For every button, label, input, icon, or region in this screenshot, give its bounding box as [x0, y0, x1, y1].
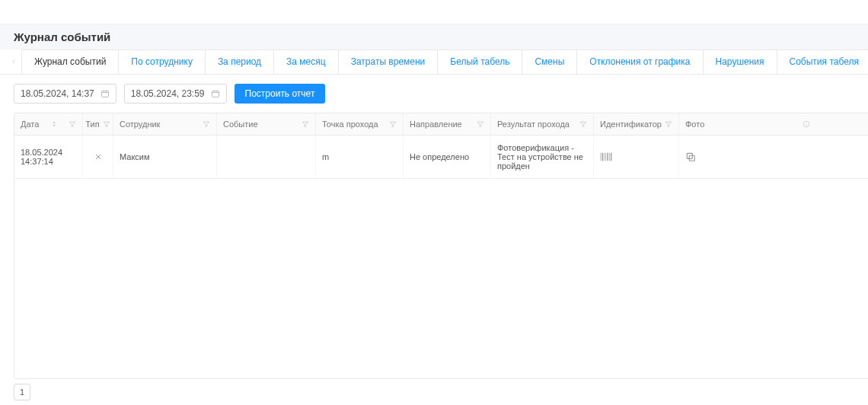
column-header-event[interactable]: Событие — [217, 113, 316, 135]
tabs-scroll-left[interactable] — [6, 49, 21, 74]
tab-7[interactable]: Отклонения от графика — [576, 49, 703, 74]
column-header-identifier[interactable]: Идентификатор — [594, 113, 679, 135]
tab-label: Журнал событий — [34, 56, 106, 67]
x-icon — [94, 152, 103, 161]
column-label: Точка прохода — [322, 120, 378, 129]
filter-icon[interactable] — [203, 120, 210, 128]
column-header-date[interactable]: Дата — [14, 113, 83, 135]
column-header-photo[interactable]: Фото — [679, 113, 868, 135]
svg-rect-29 — [611, 153, 611, 161]
column-label: Фото — [685, 120, 704, 129]
table-row: 18.05.2024 14:37:14МаксимmНе определеноФ… — [14, 136, 868, 179]
cell-date: 18.05.2024 14:37:14 — [14, 136, 83, 178]
tab-0[interactable]: Журнал событий — [21, 49, 119, 74]
main-area: Журнал событий Экспорт Журнал событийПо … — [0, 0, 868, 405]
date-from-input[interactable]: 18.05.2024, 14:37 — [14, 84, 116, 104]
tab-label: За месяц — [286, 56, 326, 67]
page-number[interactable]: 1 — [14, 384, 30, 400]
column-header-employee[interactable]: Сотрудник — [113, 113, 217, 135]
tab-4[interactable]: Затраты времени — [338, 49, 439, 74]
cell-employee: Максим — [113, 136, 217, 178]
svg-rect-20 — [212, 91, 219, 97]
pagination: 1 — [0, 379, 868, 405]
tab-8[interactable]: Нарушения — [703, 49, 777, 74]
column-header-type[interactable]: Тип — [83, 113, 113, 135]
svg-rect-25 — [604, 153, 605, 161]
build-report-button[interactable]: Построить отчет — [235, 84, 326, 104]
tab-label: За период — [218, 56, 261, 67]
filter-icon[interactable] — [69, 120, 76, 128]
column-header-direction[interactable]: Направление — [404, 113, 491, 135]
sort-icon[interactable] — [51, 120, 57, 128]
column-label: Результат прохода — [497, 120, 570, 129]
column-label: Событие — [223, 120, 258, 129]
svg-rect-23 — [601, 153, 602, 161]
filter-icon[interactable] — [477, 120, 484, 128]
tab-label: Нарушения — [716, 56, 764, 67]
column-label: Идентификатор — [600, 120, 662, 129]
tab-label: События табеля — [790, 56, 859, 67]
svg-rect-27 — [607, 153, 608, 161]
calendar-icon — [211, 89, 220, 98]
table: ДатаТипСотрудникСобытиеТочка проходаНапр… — [14, 113, 868, 379]
barcode-icon — [600, 152, 612, 161]
page-title: Журнал событий — [14, 30, 110, 43]
tab-label: По сотруднику — [131, 56, 193, 67]
column-label: Дата — [21, 120, 39, 129]
cell-type — [83, 136, 113, 178]
cell-photo — [679, 136, 868, 178]
tab-5[interactable]: Белый табель — [437, 49, 522, 74]
tab-1[interactable]: По сотруднику — [118, 49, 206, 74]
filter-icon[interactable] — [665, 120, 672, 128]
filter-icon[interactable] — [103, 120, 110, 128]
tab-label: Отклонения от графика — [589, 56, 690, 67]
tab-9[interactable]: События табеля — [777, 49, 868, 74]
date-to-input[interactable]: 18.05.2024, 23:59 — [124, 84, 227, 104]
tab-label: Смены — [535, 56, 564, 67]
column-header-checkpoint[interactable]: Точка прохода — [316, 113, 404, 135]
svg-rect-28 — [609, 153, 610, 161]
topbar — [0, 0, 868, 24]
cell-event — [217, 136, 316, 178]
filter-icon[interactable] — [302, 120, 309, 128]
tab-6[interactable]: Смены — [522, 49, 577, 74]
date-from-value: 18.05.2024, 14:37 — [21, 88, 94, 99]
tabs-row: Журнал событийПо сотрудникуЗа периодЗа м… — [0, 49, 868, 75]
cell-checkpoint: m — [316, 136, 404, 178]
column-header-result[interactable]: Результат прохода — [491, 113, 594, 135]
svg-rect-26 — [605, 153, 606, 161]
column-label: Тип — [85, 120, 99, 129]
tab-3[interactable]: За месяц — [273, 49, 339, 74]
filter-icon[interactable] — [389, 120, 397, 128]
tab-label: Белый табель — [450, 56, 509, 67]
cell-result: Фотоверификация - Тест на устройстве не … — [491, 136, 594, 178]
info-icon[interactable] — [803, 120, 810, 128]
column-label: Сотрудник — [120, 120, 160, 129]
tab-label: Затраты времени — [351, 56, 426, 67]
cell-direction: Не определено — [404, 136, 491, 178]
calendar-icon — [101, 89, 110, 98]
copy-icon[interactable] — [685, 151, 696, 162]
cell-identifier — [594, 136, 679, 178]
date-to-value: 18.05.2024, 23:59 — [131, 88, 205, 99]
svg-rect-24 — [602, 153, 603, 161]
page-header: Журнал событий Экспорт — [0, 24, 868, 49]
column-label: Направление — [410, 120, 462, 129]
filter-row: 18.05.2024, 14:37 18.05.2024, 23:59 Пост… — [0, 75, 868, 113]
svg-rect-19 — [101, 91, 108, 97]
filter-icon[interactable] — [579, 120, 587, 128]
tab-2[interactable]: За период — [205, 49, 274, 74]
